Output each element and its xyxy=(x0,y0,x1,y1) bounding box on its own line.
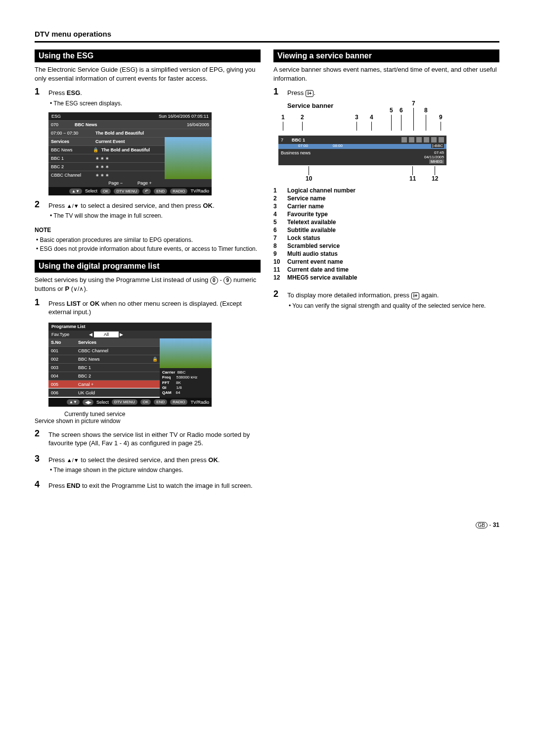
step-number: 4 xyxy=(35,479,48,492)
right-column: Viewing a service banner A service banne… xyxy=(273,49,499,492)
esg-ch-name: BBC News xyxy=(72,121,167,129)
step-number: 1 xyxy=(35,87,48,108)
esg-row: BBC News 🔒 The Bold and Beautiful xyxy=(48,145,165,154)
section-programme-list: Using the digital programme list xyxy=(35,260,261,273)
step-text: Press ESG. xyxy=(48,89,261,97)
esg-step-1: 1 Press ESG. • The ESG screen displays. xyxy=(35,87,261,108)
esg-title: ESG xyxy=(51,114,61,119)
sb-intro: A service banner shows event names, star… xyxy=(273,65,499,83)
step-bullet: • The ESG screen displays. xyxy=(48,99,261,107)
audio-icon xyxy=(439,137,444,142)
callouts-top: 1 2 3 4 5 6 7 8 9 xyxy=(278,114,446,136)
caption-tuned: Currently tuned service xyxy=(64,411,261,418)
step-text: Press to select the desired service, and… xyxy=(48,456,261,465)
esg-timerange: 07:00 − 07:30 xyxy=(48,129,93,137)
callout-legend: 1Logical channel number 2Service name 3C… xyxy=(273,187,499,281)
col-services: Services xyxy=(48,138,93,145)
step-number: 2 xyxy=(35,428,48,450)
plist-step-1: 1 Press LIST or OK when no other menu sc… xyxy=(35,297,261,319)
section-service-banner: Viewing a service banner xyxy=(273,49,499,62)
sb-lcn: 7 xyxy=(281,138,292,142)
step-text: The screen shows the service list in eit… xyxy=(48,430,261,448)
sb-carrier: ▷BBC xyxy=(431,143,444,148)
scramble-icon xyxy=(431,137,437,142)
num0-icon: 0 xyxy=(210,277,218,284)
sb-step-2: 2 To display more detailed information, … xyxy=(273,289,499,311)
updown-icon: ▲▼ xyxy=(67,399,80,405)
list-item: 002BBC News🔒 xyxy=(48,355,160,363)
list-item-selected: 006UK Gold xyxy=(48,388,160,397)
plist-step-3: 3 Press to select the desired service, a… xyxy=(35,454,261,475)
two-column-layout: Using the ESG The Electronic Service Gui… xyxy=(35,49,499,492)
plist-intro: Select services by using the Programme L… xyxy=(35,276,261,293)
step-number: 2 xyxy=(35,199,48,221)
sb-service-name: BBC 1 xyxy=(292,138,305,142)
step-text: Press END to exit the Programme List to … xyxy=(48,481,261,490)
esg-step-2: 2 Press to select a desired service, and… xyxy=(35,199,261,221)
esg-current-prog: The Bold and Beautiful xyxy=(93,129,212,137)
info-icon: i+ xyxy=(411,292,420,299)
back-icon: ↶ xyxy=(142,189,151,194)
page-heading: DTV menu operations xyxy=(35,30,499,38)
lock-icon: 🔒 xyxy=(150,355,160,363)
lock-icon xyxy=(424,137,429,142)
list-item: 003BBC 1 xyxy=(48,363,160,372)
esg-ch-date: 16/04/2005 xyxy=(167,121,212,129)
left-column: Using the ESG The Electronic Service Gui… xyxy=(35,49,261,492)
right-arrow-icon xyxy=(120,332,123,337)
step-number: 1 xyxy=(35,297,48,319)
gb-badge: GB xyxy=(476,522,488,528)
teletext-icon xyxy=(409,137,414,142)
callouts-bottom: 10 11 12 xyxy=(278,165,446,180)
sb-time: 07:45 xyxy=(424,150,444,155)
page-minus: Page − xyxy=(108,181,123,186)
step-bullet: • The image shown in the picture window … xyxy=(48,466,261,474)
divider xyxy=(35,41,499,43)
preview-image xyxy=(160,338,212,368)
step-text: To display more detailed information, pr… xyxy=(287,291,499,300)
esg-row: BBC 2∗∗∗ xyxy=(48,162,165,171)
programme-list-screenshot: Programme List Fav.Type All S.NoServices… xyxy=(48,323,212,407)
step-bullet: • You can verify the signal strength and… xyxy=(287,302,499,310)
channel-updown-icon xyxy=(73,285,84,292)
note-item: • Basic operation procedures are similar… xyxy=(35,236,261,244)
esg-ch-num: 070 xyxy=(48,121,72,129)
page-number: 31 xyxy=(493,521,499,528)
section-using-esg: Using the ESG xyxy=(35,49,261,62)
esg-screenshot: ESG Sun 16/04/2005 07:05:11 070 BBC News… xyxy=(48,112,212,195)
sb-mheg: MHEG xyxy=(429,159,444,164)
updown-icon: ▲▼ xyxy=(69,189,82,194)
signal-info: Carrier BBC Freq 538000 kHz FFT 8K GI 1/… xyxy=(160,368,212,398)
fav-value: All xyxy=(94,331,119,337)
subtitle-icon xyxy=(416,137,422,142)
step-text: Press i+. xyxy=(287,89,499,97)
plist-step-2: 2 The screen shows the service list in e… xyxy=(35,428,261,450)
info-icon: i+ xyxy=(306,90,314,97)
plist-step-4: 4 Press END to exit the Programme List t… xyxy=(35,479,261,492)
step-bullet: • The TV will show the image in full scr… xyxy=(48,212,261,220)
step-number: 3 xyxy=(35,454,48,475)
updown-icon xyxy=(67,202,79,209)
esg-datetime: Sun 16/04/2005 07:05:11 xyxy=(159,114,209,119)
esg-intro: The Electronic Service Guide (ESG) is a … xyxy=(35,65,261,83)
preview-image xyxy=(165,137,212,179)
esg-row: CBBC Channel∗∗∗ xyxy=(48,171,165,179)
plist-title: Programme List xyxy=(48,323,212,331)
step-number: 2 xyxy=(273,289,287,311)
leftright-icon xyxy=(83,399,93,405)
fav-label: Fav.Type xyxy=(51,332,69,337)
step-text: Press LIST or OK when no other menu scre… xyxy=(48,299,261,317)
sb-timeline: 07:00 08:00 ▷BBC xyxy=(278,144,446,149)
sb-date: 04/11/2005 xyxy=(424,155,444,159)
col-event: Current Event xyxy=(93,138,165,145)
step-number: 1 xyxy=(273,87,287,99)
esg-row: BBC 1∗∗∗ xyxy=(48,154,165,162)
note-heading: NOTE xyxy=(35,226,261,234)
service-banner-figure: 1 2 3 4 5 6 7 8 9 7 BBC 1 xyxy=(278,114,446,180)
page-footer: GB - 31 xyxy=(35,521,499,528)
fav-icon xyxy=(401,137,407,142)
sb-event-name: Business news xyxy=(281,150,424,164)
left-arrow-icon xyxy=(89,332,92,337)
updown-icon xyxy=(67,456,79,464)
lock-icon: 🔒 xyxy=(93,146,99,154)
